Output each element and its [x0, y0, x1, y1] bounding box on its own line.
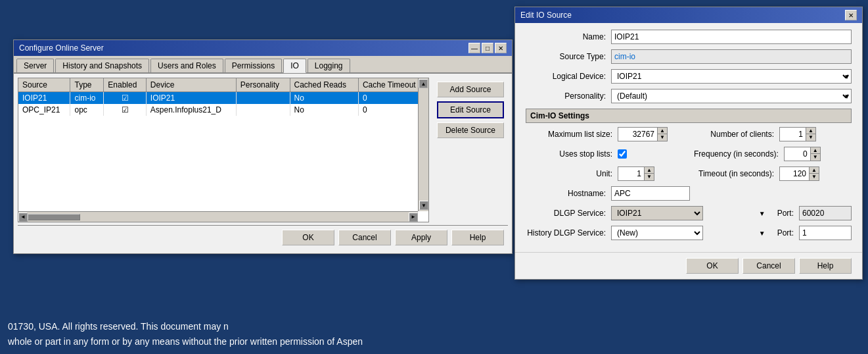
ok-button[interactable]: OK — [282, 230, 334, 245]
unit-label: Unit: — [526, 169, 618, 178]
timeout-decrement[interactable]: ▼ — [810, 174, 819, 180]
table-row[interactable]: OPC_IP21 opc ☑ Aspen.Infoplus21_D No 0 — [18, 104, 428, 116]
dlgp-port-input[interactable] — [799, 206, 852, 220]
name-row: Name: — [526, 30, 852, 44]
scroll-right-arrow[interactable]: ► — [409, 213, 418, 222]
cancel-button[interactable]: Cancel — [338, 230, 391, 245]
unit-decrement[interactable]: ▼ — [645, 174, 654, 180]
tab-logging[interactable]: Logging — [308, 59, 350, 72]
table-row[interactable]: IOIP21 cim-io ☑ IOIP21 No 0 — [18, 92, 428, 105]
maximize-button[interactable]: □ — [482, 43, 493, 53]
unit-increment[interactable]: ▲ — [645, 167, 654, 174]
col-source: Source — [18, 78, 70, 92]
row-stoplists-freq: Uses stop lists: Frequency (in seconds):… — [526, 147, 852, 161]
num-clients-input[interactable] — [779, 127, 806, 141]
dlgp-right: Port: — [777, 206, 852, 220]
timeout-label: Timeout (in seconds): — [694, 169, 779, 178]
cell-personality — [236, 92, 290, 105]
logical-device-select-wrapper: IOIP21 ▼ — [611, 69, 852, 84]
tab-io[interactable]: IO — [283, 59, 306, 73]
name-input[interactable] — [611, 30, 852, 44]
frequency-label: Frequency (in seconds): — [694, 149, 784, 159]
scroll-down-arrow[interactable]: ▼ — [419, 201, 428, 210]
num-clients-spinner-buttons: ▲ ▼ — [806, 127, 816, 141]
name-label: Name: — [526, 32, 611, 41]
unit-spinner-buttons: ▲ ▼ — [644, 166, 654, 181]
hostname-row: Hostname: — [526, 186, 852, 201]
table-action-area: Source Type Enabled Device Personality C… — [18, 78, 508, 222]
personality-row: Personality: (Default) ▼ — [526, 89, 852, 103]
history-dlgp-select[interactable]: (New) — [611, 226, 703, 240]
personality-label: Personality: — [526, 91, 611, 101]
max-list-input[interactable] — [618, 127, 657, 141]
timeout-input[interactable] — [779, 166, 809, 181]
scroll-thumb[interactable] — [28, 214, 80, 220]
hostname-input[interactable] — [611, 186, 690, 201]
dlgp-service-row: DLGP Service: IOIP21 ▼ Port: — [526, 206, 852, 220]
stop-lists-checkbox[interactable] — [618, 149, 627, 159]
tab-users[interactable]: Users and Roles — [150, 59, 223, 72]
history-dlgp-right: Port: — [777, 226, 852, 240]
config-tabs: Server History and Snapshots Users and R… — [14, 56, 512, 74]
horizontal-scrollbar[interactable]: ◄ ► — [18, 211, 418, 222]
logical-device-label: Logical Device: — [526, 72, 611, 81]
unit-input[interactable] — [618, 166, 644, 181]
scroll-left-arrow[interactable]: ◄ — [18, 213, 28, 222]
config-title: Configure Online Server — [19, 43, 104, 53]
frequency-increment[interactable]: ▲ — [811, 147, 820, 154]
edit-ok-button[interactable]: OK — [686, 258, 739, 274]
col-device: Device — [146, 78, 236, 92]
vertical-scrollbar[interactable]: ▲ ▼ — [418, 78, 428, 211]
personality-select-wrapper: (Default) ▼ — [611, 89, 852, 103]
edit-source-button[interactable]: Edit Source — [437, 101, 504, 118]
edit-help-button[interactable]: Help — [799, 258, 852, 274]
source-type-label: Source Type: — [526, 52, 611, 61]
logical-device-select[interactable]: IOIP21 — [611, 69, 852, 84]
col-num-clients: Number of clients: ▲ ▼ — [694, 127, 852, 141]
timeout-spinner: ▲ ▼ — [779, 166, 852, 181]
max-list-spinner: ▲ ▼ — [618, 127, 683, 141]
close-button[interactable]: ✕ — [495, 43, 507, 53]
sources-table-container: Source Type Enabled Device Personality C… — [18, 78, 429, 222]
tab-permissions[interactable]: Permissions — [225, 59, 282, 72]
cell-cached-reads: No — [290, 92, 358, 105]
edit-close-button[interactable]: ✕ — [845, 10, 857, 20]
history-dropdown-arrow: ▼ — [759, 230, 765, 237]
source-type-input — [611, 49, 852, 64]
dlgp-service-select[interactable]: IOIP21 — [611, 206, 703, 220]
edit-title: Edit IO Source — [520, 11, 572, 20]
minimize-button[interactable]: — — [468, 43, 480, 53]
num-clients-decrement[interactable]: ▼ — [806, 134, 815, 141]
history-dlgp-row: History DLGP Service: (New) ▼ Port: — [526, 226, 852, 240]
col-max-list: Maximum list size: ▲ ▼ — [526, 127, 683, 141]
history-port-input[interactable] — [799, 226, 852, 240]
frequency-input[interactable] — [784, 147, 810, 161]
frequency-spinner-buttons: ▲ ▼ — [810, 147, 821, 161]
edit-cancel-button[interactable]: Cancel — [742, 258, 795, 274]
apply-button[interactable]: Apply — [395, 230, 447, 245]
cell-type: cim-io — [70, 92, 104, 105]
tab-history[interactable]: History and Snapshots — [55, 59, 149, 72]
help-button[interactable]: Help — [451, 230, 504, 245]
personality-select[interactable]: (Default) — [611, 89, 852, 103]
history-port-label: Port: — [777, 228, 799, 238]
edit-body: Name: Source Type: Logical Device: IOIP2… — [515, 23, 862, 252]
add-source-button[interactable]: Add Source — [437, 82, 504, 97]
delete-source-button[interactable]: Delete Source — [437, 122, 504, 138]
scroll-up-arrow[interactable]: ▲ — [419, 79, 428, 88]
dlgp-dropdown-arrow: ▼ — [759, 210, 765, 217]
timeout-increment[interactable]: ▲ — [810, 167, 819, 174]
cell-source: IOIP21 — [18, 92, 70, 105]
action-buttons: Add Source Edit Source Delete Source — [433, 78, 508, 222]
config-titlebar-buttons: — □ ✕ — [468, 43, 507, 53]
max-list-decrement[interactable]: ▼ — [658, 134, 667, 141]
frequency-decrement[interactable]: ▼ — [811, 154, 820, 161]
config-bottom-buttons: OK Cancel Apply Help — [18, 225, 508, 249]
cim-io-section-header: Cim-IO Settings — [526, 109, 852, 123]
max-list-increment[interactable]: ▲ — [658, 128, 667, 134]
num-clients-increment[interactable]: ▲ — [806, 128, 815, 134]
dlgp-service-select-wrapper: IOIP21 ▼ — [611, 206, 767, 220]
edit-titlebar: Edit IO Source ✕ — [515, 7, 862, 23]
cell-personality — [236, 104, 290, 116]
tab-server[interactable]: Server — [16, 59, 54, 72]
